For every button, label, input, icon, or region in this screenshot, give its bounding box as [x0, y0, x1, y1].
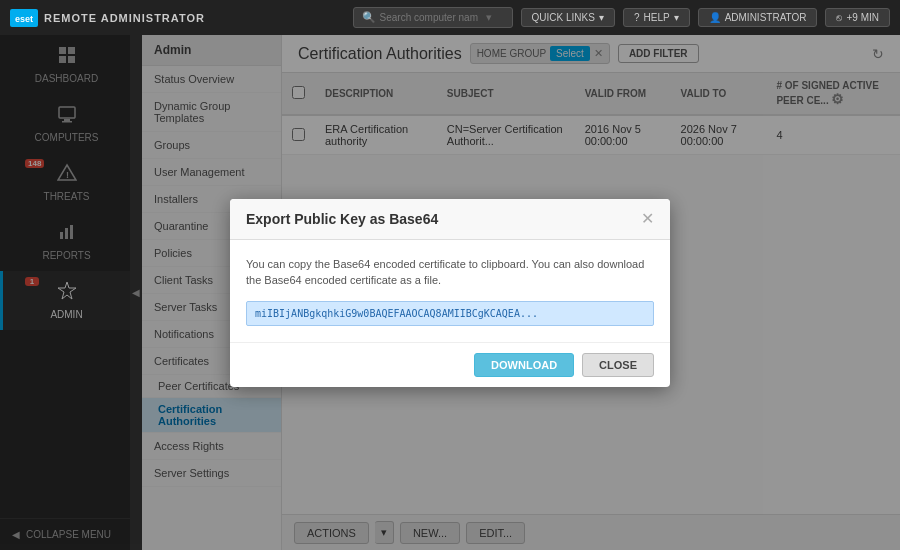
export-modal: Export Public Key as Base64 ✕ You can co…	[230, 199, 670, 387]
close-modal-btn[interactable]: CLOSE	[582, 353, 654, 377]
search-dropdown-icon[interactable]: ▾	[486, 11, 492, 24]
modal-footer: DOWNLOAD CLOSE	[230, 342, 670, 387]
modal-close-btn[interactable]: ✕	[641, 211, 654, 227]
admin-user-btn[interactable]: 👤 ADMINISTRATOR	[698, 8, 818, 27]
time-label: +9 MIN	[846, 12, 879, 23]
app-title: REMOTE ADMINISTRATOR	[44, 12, 205, 24]
app-logo: eset REMOTE ADMINISTRATOR	[10, 9, 205, 27]
svg-text:eset: eset	[15, 14, 33, 24]
topbar: eset REMOTE ADMINISTRATOR 🔍 Search compu…	[0, 0, 900, 35]
download-btn[interactable]: DOWNLOAD	[474, 353, 574, 377]
modal-encoded-value[interactable]: miIBIjANBgkqhkiG9w0BAQEFAAOCAQ8AMIIBCgKC…	[246, 301, 654, 326]
help-btn[interactable]: ? HELP ▾	[623, 8, 690, 27]
admin-user-label: ADMINISTRATOR	[725, 12, 807, 23]
modal-description: You can copy the Base64 encoded certific…	[246, 256, 654, 289]
logout-icon: ⎋	[836, 12, 842, 23]
quick-links-chevron: ▾	[599, 12, 604, 23]
modal-body: You can copy the Base64 encoded certific…	[230, 240, 670, 342]
search-box[interactable]: 🔍 Search computer nam ▾	[353, 7, 513, 28]
quick-links-btn[interactable]: QUICK LINKS ▾	[521, 8, 615, 27]
modal-overlay: Export Public Key as Base64 ✕ You can co…	[0, 35, 900, 550]
eset-logo-icon: eset	[10, 9, 38, 27]
user-icon: 👤	[709, 12, 721, 23]
help-chevron: ▾	[674, 12, 679, 23]
logout-btn[interactable]: ⎋ +9 MIN	[825, 8, 890, 27]
modal-header: Export Public Key as Base64 ✕	[230, 199, 670, 240]
help-icon: ?	[634, 12, 640, 23]
search-placeholder: Search computer nam	[380, 12, 478, 23]
modal-title: Export Public Key as Base64	[246, 211, 438, 227]
quick-links-label: QUICK LINKS	[532, 12, 595, 23]
search-icon: 🔍	[362, 11, 376, 24]
help-label: HELP	[644, 12, 670, 23]
